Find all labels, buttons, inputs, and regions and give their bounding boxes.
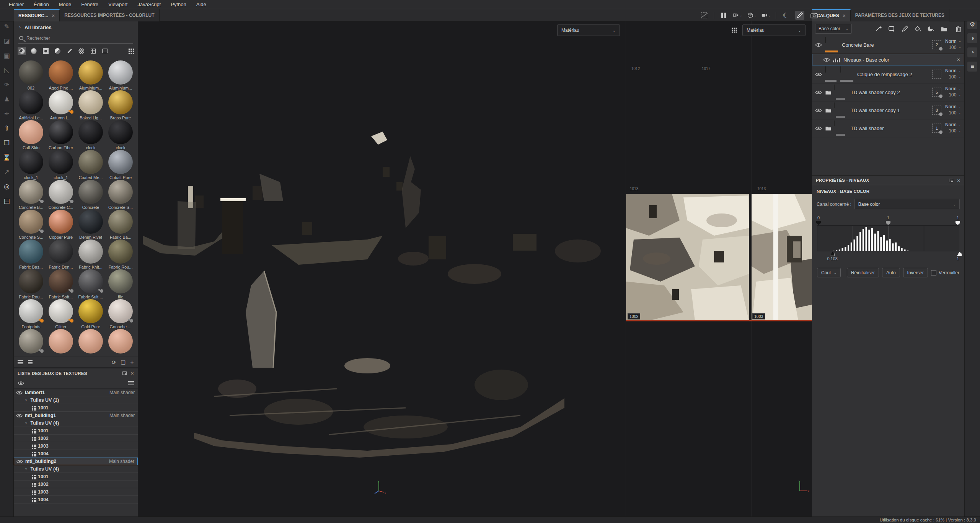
add-folder-icon[interactable]	[941, 26, 947, 32]
selection-disabled-icon[interactable]	[700, 11, 709, 20]
texture-set-row[interactable]: mtl_building2 Main shader	[14, 458, 138, 465]
menu-javascript[interactable]: JavaScript	[132, 0, 166, 9]
export-icon[interactable]: ⇧	[1, 122, 13, 134]
viewport3d-shading-dropdown[interactable]: Matériau ⌄	[557, 24, 620, 36]
layer-visibility-icon[interactable]	[823, 58, 830, 62]
blend-mode-value[interactable]: Norm	[945, 39, 961, 45]
affected-channel-dropdown[interactable]: Base color ⌄	[854, 199, 960, 209]
dock-icon[interactable]	[122, 371, 127, 375]
channel-mode-dropdown[interactable]: Coul ⌄	[817, 268, 841, 277]
material-fabric-soft[interactable]: Fabric Soft...	[46, 269, 76, 299]
blend-mode-value[interactable]: Norm	[945, 104, 961, 110]
material-aluminium-2[interactable]: Aluminium...	[106, 60, 135, 90]
material-clock-1[interactable]: clock	[76, 120, 106, 150]
add-effect-bucket-icon[interactable]	[914, 26, 921, 32]
opacity-value[interactable]: 100	[949, 74, 961, 80]
pending-hourglass-icon[interactable]: ⌛	[1, 152, 13, 163]
log-icon[interactable]: ≡	[967, 62, 977, 72]
texture-set-row[interactable]: 1003	[14, 488, 138, 496]
search-input[interactable]: Rechercher	[18, 33, 133, 44]
lock-checkbox[interactable]	[931, 270, 936, 275]
material-fabric-rou2[interactable]: Fabric Rou...	[16, 269, 46, 299]
layer-visibility-icon[interactable]	[815, 43, 822, 47]
add-fill-layer-icon[interactable]	[888, 26, 896, 32]
import-folder-icon[interactable]: ❏	[121, 359, 126, 365]
chevron-down-icon[interactable]	[24, 398, 28, 402]
filter-patterns-icon[interactable]	[89, 47, 97, 55]
layer-row[interactable]: TD wall shader 1 Norm 100	[812, 119, 964, 137]
texture-set-row[interactable]: Tuiles UV (4)	[14, 465, 138, 473]
material-baked-lig[interactable]: Baked Lig...	[76, 90, 106, 120]
material-fabric-rou1[interactable]: Fabric Rou...	[106, 240, 135, 269]
texture-set-row[interactable]: 1002	[14, 481, 138, 488]
tab-parametres-jeux-textures[interactable]: PARAMÈTRES DES JEUX DE TEXTURES	[851, 9, 949, 21]
close-icon[interactable]	[130, 370, 134, 376]
material-fabric-bas[interactable]: Fabric Bas...	[16, 240, 46, 269]
external-view-icon[interactable]: ↗	[1, 166, 13, 178]
texture-set-row[interactable]: 1001	[14, 404, 138, 412]
menu-fenetre[interactable]: Fenêtre	[76, 0, 103, 9]
material-row10-1[interactable]	[16, 329, 46, 358]
texture-set-row[interactable]: 1004	[14, 450, 138, 458]
menu-fichier[interactable]: Fichier	[4, 0, 29, 9]
perspective-cube-icon[interactable]: ⌄	[747, 11, 757, 20]
material-clock1-2[interactable]: clock_1	[46, 150, 76, 180]
material-concrete[interactable]: Concrete	[76, 180, 106, 210]
texture-set-row[interactable]: 1002	[14, 435, 138, 442]
texture-set-row[interactable]: 1001	[14, 473, 138, 481]
menu-python[interactable]: Python	[166, 0, 191, 9]
material-carbon-fiber[interactable]: Carbon Fiber	[46, 120, 76, 150]
lock-checkbox-row[interactable]: Verrouiller	[931, 270, 959, 275]
symmetry-icon[interactable]: ☾	[781, 11, 790, 20]
opacity-value[interactable]: 100	[949, 45, 961, 51]
layer-visibility-icon[interactable]	[815, 90, 822, 94]
layer-row[interactable]: Calque de remplissage 2 Norm 100	[812, 65, 964, 83]
layer-content-badge[interactable]: 5	[932, 88, 941, 97]
material-artificial-le[interactable]: Artificial Le...	[16, 90, 46, 120]
material-footprints[interactable]: Footprints	[16, 299, 46, 329]
filter-smart-materials-icon[interactable]	[29, 47, 38, 55]
polygon-fill-tool-icon[interactable]: ◺	[1, 64, 13, 76]
tab-ressources[interactable]: RESSOURC...	[14, 9, 60, 21]
list-view-icon[interactable]	[18, 360, 23, 364]
menu-viewport[interactable]: Viewport	[103, 0, 132, 9]
blend-mode-value[interactable]: Norm	[945, 68, 961, 74]
material-002[interactable]: 002	[16, 60, 46, 90]
material-aluminium-1[interactable]: Aluminium...	[76, 60, 106, 90]
resources-updater-icon[interactable]: ◎	[1, 181, 13, 192]
material-row10-4[interactable]	[106, 329, 135, 358]
filter-alphas-icon[interactable]	[41, 47, 50, 55]
layer-content-badge[interactable]: 8	[932, 106, 941, 115]
material-picker-tool-icon[interactable]: ✒	[1, 108, 13, 119]
texture-set-row[interactable]: Tuiles UV (4)	[14, 419, 138, 427]
layer-row[interactable]: TD wall shader copy 2 5 Norm 100	[812, 83, 964, 101]
material-concrete-s1[interactable]: Concrete S...	[106, 180, 135, 210]
filter-images-icon[interactable]	[101, 47, 109, 55]
layer-content-badge[interactable]	[932, 70, 941, 79]
material-concrete-s2[interactable]: Concrete S...	[16, 210, 46, 240]
histogram-area[interactable]	[817, 225, 959, 251]
layer-content-badge[interactable]: 1	[932, 124, 941, 133]
channel-filter-dropdown[interactable]: Base color ⌄	[815, 24, 852, 34]
close-icon[interactable]	[957, 177, 960, 184]
material-autumn-l[interactable]: Autumn L...	[46, 90, 76, 120]
material-clock-2[interactable]: clock	[106, 120, 135, 150]
blend-mode-value[interactable]: Norm	[945, 122, 961, 128]
layer-row[interactable]: TD wall shader copy 1 8 Norm 100	[812, 101, 964, 119]
blend-mode-value[interactable]: Norm	[945, 86, 961, 92]
filter-materials-icon[interactable]	[18, 47, 26, 55]
pause-engine-icon[interactable]	[719, 11, 728, 20]
refresh-icon[interactable]: ⟳	[112, 359, 116, 365]
viewport-2d[interactable]: Matériau ⌄ 1012101710131013 10021003 yx	[626, 21, 812, 516]
opacity-value[interactable]: 100	[949, 92, 961, 98]
layer-row[interactable]: Concrete Bare 2 Norm 100	[812, 36, 964, 54]
close-icon[interactable]	[843, 13, 846, 19]
material-denim-rivet[interactable]: Denim Rivet	[76, 210, 106, 240]
viewport2d-shading-dropdown[interactable]: Matériau ⌄	[742, 24, 806, 36]
material-concrete-c[interactable]: Concrete C...	[46, 180, 76, 210]
material-fabric-den[interactable]: Fabric Den...	[46, 240, 76, 269]
menu-edition[interactable]: Édition	[29, 0, 54, 9]
grid-display-icon[interactable]	[128, 48, 134, 54]
material-gouache[interactable]: Gouache ...	[106, 299, 135, 329]
material-fabric-ba[interactable]: Fabric Ba...	[106, 210, 135, 240]
